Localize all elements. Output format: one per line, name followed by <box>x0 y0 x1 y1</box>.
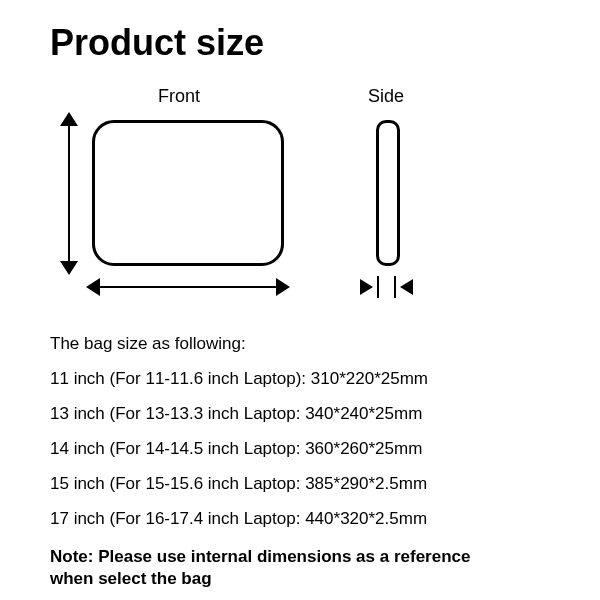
arrow-up-icon <box>60 112 78 126</box>
thickness-arrow-right-icon <box>400 279 413 295</box>
page-title: Product size <box>50 22 264 64</box>
size-list: The bag size as following: 11 inch (For … <box>50 326 428 536</box>
arrow-left-icon <box>86 278 100 296</box>
list-item: 14 inch (For 14-14.5 inch Laptop: 360*26… <box>50 431 428 466</box>
list-item: 17 inch (For 16-17.4 inch Laptop: 440*32… <box>50 501 428 536</box>
front-view-label: Front <box>158 86 200 107</box>
arrow-right-icon <box>276 278 290 296</box>
list-item: 15 inch (For 15-15.6 inch Laptop: 385*29… <box>50 466 428 501</box>
size-list-intro: The bag size as following: <box>50 326 428 361</box>
list-item: 13 inch (For 13-13.3 inch Laptop: 340*24… <box>50 396 428 431</box>
thickness-arrow-left-icon <box>360 279 373 295</box>
front-view-rect <box>92 120 284 266</box>
side-view-label: Side <box>368 86 404 107</box>
thickness-tick-left <box>377 276 379 298</box>
height-dimension-line <box>68 118 70 268</box>
note-text: Note: Please use internal dimensions as … <box>50 546 480 590</box>
thickness-tick-right <box>394 276 396 298</box>
list-item: 11 inch (For 11-11.6 inch Laptop): 310*2… <box>50 361 428 396</box>
arrow-down-icon <box>60 261 78 275</box>
side-view-rect <box>376 120 400 266</box>
width-dimension-line <box>94 286 282 288</box>
